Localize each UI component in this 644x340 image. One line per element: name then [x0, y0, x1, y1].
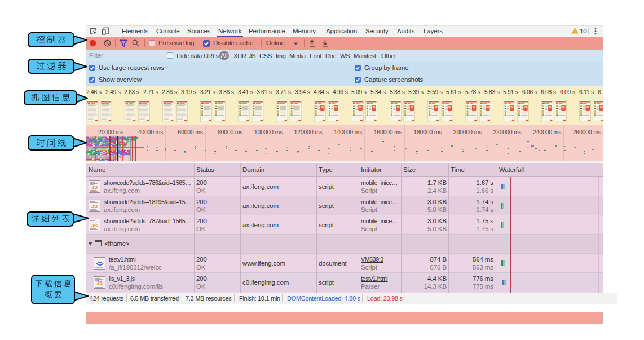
svg-text:JS: JS — [91, 222, 98, 228]
svg-text:JS: JS — [91, 184, 98, 190]
svg-text:<>: <> — [96, 260, 103, 268]
svg-text:JS: JS — [96, 280, 103, 286]
svg-text:JS: JS — [91, 203, 98, 209]
